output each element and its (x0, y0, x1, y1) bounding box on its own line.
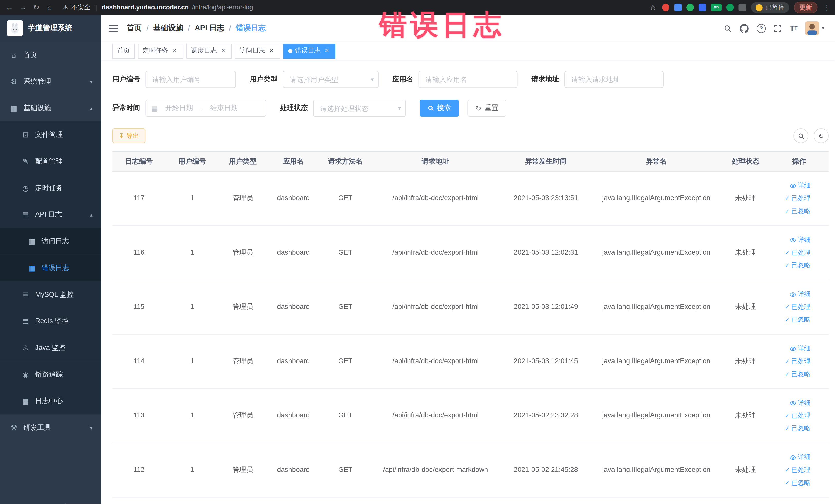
toggle-search-button[interactable] (793, 128, 808, 143)
cell-exception: java.lang.IllegalArgumentException (591, 194, 721, 203)
chevron-down-icon: ▾ (90, 425, 93, 430)
sidebar-item-config-management[interactable]: ✎配置管理 (0, 148, 101, 175)
request-url-input[interactable] (565, 71, 664, 88)
fullscreen-icon[interactable] (774, 24, 781, 32)
sidebar-item-file-management[interactable]: ⊡文件管理 (0, 121, 101, 148)
mark-ignored-link[interactable]: ✓已忽略 (785, 261, 811, 270)
extension-icon-red[interactable] (662, 4, 669, 11)
sidebar-item-api-log[interactable]: ▤API 日志▴ (0, 201, 101, 228)
mark-processed-link[interactable]: ✓已处理 (785, 357, 811, 366)
cell-id: 115 (113, 302, 166, 312)
sidebar-item-dev-tools[interactable]: ⚒研发工具▾ (0, 415, 101, 441)
app-name-input[interactable] (419, 71, 518, 88)
date-range-picker[interactable]: ▦ 开始日期 - 结束日期 (145, 100, 266, 117)
detail-link[interactable]: 详细 (790, 399, 811, 407)
extension-icon-blue-drop[interactable] (674, 4, 681, 11)
mark-processed-link[interactable]: ✓已处理 (785, 465, 811, 475)
search-icon[interactable] (724, 24, 732, 32)
mark-ignored-link[interactable]: ✓已忽略 (785, 207, 811, 216)
sidebar-item-system-management[interactable]: ⚙系统管理▾ (0, 68, 101, 95)
sidebar-item-access-log[interactable]: ▥访问日志 (0, 228, 101, 255)
reload-button[interactable]: ↻ (32, 3, 40, 12)
sidebar-item-log-center[interactable]: ▤日志中心 (0, 388, 101, 415)
column-header: 异常名 (591, 157, 721, 166)
download-icon: ↧ (119, 132, 124, 140)
user-id-input[interactable] (145, 71, 236, 88)
refresh-table-button[interactable]: ↻ (814, 128, 829, 143)
tab-0[interactable]: 首页 (113, 43, 135, 58)
cell-time: 2021-05-02 21:45:28 (501, 465, 591, 475)
bookmark-star-icon[interactable]: ☆ (649, 3, 657, 12)
extension-icon-green-circle[interactable] (686, 4, 694, 11)
filter-label: 异常时间 (113, 103, 140, 113)
extension-icon-puzzle[interactable] (738, 4, 746, 11)
detail-link[interactable]: 详细 (790, 181, 811, 190)
export-button[interactable]: ↧ 导出 (113, 128, 145, 143)
github-icon[interactable] (739, 24, 749, 33)
breadcrumb-home[interactable]: 首页 (127, 23, 142, 33)
paused-badge[interactable]: 已暂停 (751, 2, 789, 13)
search-button[interactable]: 搜索 (420, 100, 459, 117)
tab-4[interactable]: 错误日志× (283, 43, 335, 58)
mark-ignored-label: 已忽略 (791, 261, 811, 270)
close-icon[interactable]: × (171, 47, 178, 55)
back-button[interactable]: ← (5, 3, 14, 12)
mark-ignored-link[interactable]: ✓已忽略 (785, 424, 811, 433)
close-icon[interactable]: × (323, 47, 331, 55)
sidebar-item-infrastructure[interactable]: ▦基础设施▴ (0, 95, 101, 121)
tab-2[interactable]: 调度日志× (186, 43, 231, 58)
detail-link[interactable]: 详细 (790, 290, 811, 299)
breadcrumb-infrastructure[interactable]: 基础设施 (153, 23, 183, 33)
tab-1[interactable]: 定时任务× (138, 43, 183, 58)
help-icon[interactable]: ? (757, 24, 766, 33)
mark-processed-link[interactable]: ✓已处理 (785, 248, 811, 257)
process-status-select[interactable]: ▾ (313, 100, 406, 117)
mark-ignored-link[interactable]: ✓已忽略 (785, 315, 811, 324)
sidebar-item-home[interactable]: ⌂首页 (0, 42, 101, 68)
address-bar[interactable]: ⚠ 不安全 | dashboard.yudao.iocoder.cn/infra… (59, 2, 644, 13)
column-header: 处理状态 (721, 157, 770, 166)
sidebar-item-error-log[interactable]: ▥错误日志 (0, 255, 101, 281)
sidebar-item-trace[interactable]: ◉链路追踪 (0, 361, 101, 388)
detail-link[interactable]: 详细 (790, 236, 811, 245)
sidebar-item-scheduled-jobs[interactable]: ◷定时任务 (0, 175, 101, 201)
mark-ignored-link[interactable]: ✓已忽略 (785, 370, 811, 379)
forward-button[interactable]: → (19, 3, 27, 12)
close-icon[interactable]: × (268, 47, 276, 55)
select-value (314, 104, 405, 112)
breadcrumb-api-log[interactable]: API 日志 (195, 23, 224, 33)
tab-3[interactable]: 访问日志× (235, 43, 280, 58)
app-logo[interactable]: 芋道管理系统 (0, 15, 101, 42)
cell-time: 2021-05-03 23:13:51 (501, 194, 591, 203)
extension-icon-switch[interactable]: on (711, 4, 721, 11)
cell-app-name: dashboard (267, 302, 320, 312)
extension-icon-green-leaf[interactable] (727, 4, 734, 11)
sidebar-item-mysql-monitor[interactable]: ≣MySQL 监控 (0, 281, 101, 308)
check-icon: ✓ (785, 467, 790, 473)
user-avatar[interactable]: ▾ (806, 21, 824, 35)
table-row: 1151管理员dashboardGET/api/infra/db-doc/exp… (113, 280, 829, 335)
mark-ignored-link[interactable]: ✓已忽略 (785, 478, 811, 487)
reset-button[interactable]: ↻ 重置 (467, 100, 506, 117)
user-type-select[interactable]: ▾ (283, 71, 379, 88)
sidebar-item-redis-monitor[interactable]: ≣Redis 监控 (0, 308, 101, 335)
browser-menu-icon[interactable]: ⋮ (822, 3, 830, 12)
eye-icon (790, 400, 796, 406)
check-icon: ✓ (785, 317, 790, 323)
mark-processed-link[interactable]: ✓已处理 (785, 194, 811, 203)
sidebar-item-label: 错误日志 (42, 263, 69, 273)
mark-processed-link[interactable]: ✓已处理 (785, 303, 811, 312)
detail-link[interactable]: 详细 (790, 453, 811, 462)
mark-processed-link[interactable]: ✓已处理 (785, 411, 811, 420)
browser-home-button[interactable]: ⌂ (45, 3, 54, 12)
font-size-icon[interactable]: TT (790, 24, 797, 32)
timer-icon: ◷ (21, 184, 30, 192)
update-button[interactable]: 更新 (794, 2, 817, 13)
mark-processed-label: 已处理 (791, 248, 811, 257)
sidebar-toggle-icon[interactable] (108, 24, 118, 32)
detail-link[interactable]: 详细 (790, 344, 811, 353)
close-icon[interactable]: × (220, 47, 227, 55)
extension-icon-blue-grid[interactable] (699, 4, 706, 11)
security-label: 不安全 (72, 3, 90, 12)
sidebar-item-java-monitor[interactable]: ♨Java 监控 (0, 335, 101, 361)
